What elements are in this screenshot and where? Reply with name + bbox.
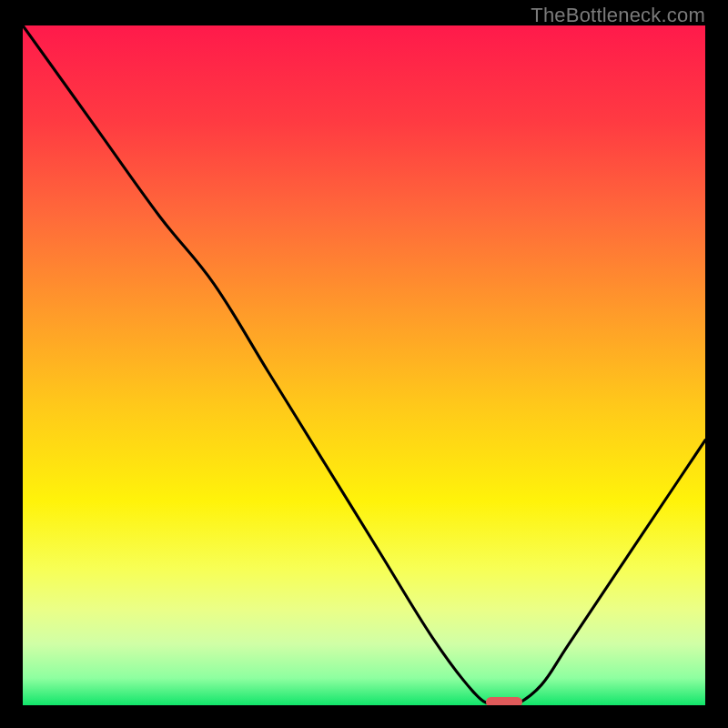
optimal-marker <box>486 697 522 705</box>
plot-area <box>23 25 705 705</box>
chart-frame: TheBottleneck.com <box>0 0 728 728</box>
watermark-label: TheBottleneck.com <box>531 4 705 27</box>
bottleneck-curve <box>23 25 705 705</box>
